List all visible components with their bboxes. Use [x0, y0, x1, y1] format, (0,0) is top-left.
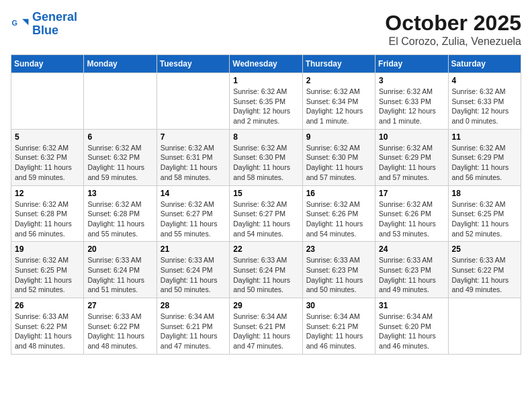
weekday-header-row: SundayMondayTuesdayWednesdayThursdayFrid… [11, 55, 521, 73]
day-info: Sunrise: 6:33 AM Sunset: 6:24 PM Dayligh… [87, 255, 152, 295]
weekday-header: Saturday [448, 55, 521, 73]
calendar-cell: 13Sunrise: 6:32 AM Sunset: 6:28 PM Dayli… [84, 185, 157, 242]
month-title: October 2025 [385, 11, 521, 36]
day-number: 17 [379, 189, 444, 198]
day-number: 29 [233, 301, 298, 310]
day-info: Sunrise: 6:32 AM Sunset: 6:27 PM Dayligh… [161, 199, 226, 239]
calendar-cell: 15Sunrise: 6:32 AM Sunset: 6:27 PM Dayli… [230, 185, 302, 242]
day-number: 30 [306, 301, 371, 310]
day-info: Sunrise: 6:34 AM Sunset: 6:21 PM Dayligh… [306, 312, 371, 351]
day-number: 7 [161, 132, 226, 142]
day-number: 2 [306, 76, 371, 85]
day-number: 15 [233, 189, 298, 198]
day-info: Sunrise: 6:32 AM Sunset: 6:26 PM Dayligh… [379, 199, 444, 239]
day-info: Sunrise: 6:33 AM Sunset: 6:23 PM Dayligh… [306, 255, 371, 295]
calendar-cell: 6Sunrise: 6:32 AM Sunset: 6:32 PM Daylig… [84, 129, 157, 185]
day-info: Sunrise: 6:34 AM Sunset: 6:21 PM Dayligh… [233, 312, 298, 351]
page-header: G General Blue October 2025 El Corozo, Z… [11, 11, 521, 48]
calendar-week-row: 5Sunrise: 6:32 AM Sunset: 6:32 PM Daylig… [11, 129, 521, 185]
calendar-table: SundayMondayTuesdayWednesdayThursdayFrid… [11, 54, 521, 355]
weekday-header: Thursday [302, 55, 375, 73]
logo-line1: General [32, 10, 77, 24]
day-number: 25 [452, 244, 517, 254]
calendar-cell: 3Sunrise: 6:32 AM Sunset: 6:33 PM Daylig… [375, 73, 448, 130]
day-info: Sunrise: 6:32 AM Sunset: 6:29 PM Dayligh… [379, 143, 444, 183]
calendar-cell: 19Sunrise: 6:32 AM Sunset: 6:25 PM Dayli… [11, 242, 84, 298]
day-info: Sunrise: 6:32 AM Sunset: 6:25 PM Dayligh… [15, 255, 80, 295]
day-number: 24 [379, 244, 444, 254]
calendar-cell: 25Sunrise: 6:33 AM Sunset: 6:22 PM Dayli… [448, 242, 521, 298]
day-info: Sunrise: 6:32 AM Sunset: 6:33 PM Dayligh… [379, 87, 444, 126]
day-number: 6 [87, 132, 152, 142]
calendar-cell: 28Sunrise: 6:34 AM Sunset: 6:21 PM Dayli… [157, 298, 229, 355]
calendar-week-row: 1Sunrise: 6:32 AM Sunset: 6:35 PM Daylig… [11, 73, 521, 130]
logo-text: General Blue [32, 11, 77, 38]
day-number: 20 [87, 244, 152, 254]
calendar-cell: 11Sunrise: 6:32 AM Sunset: 6:29 PM Dayli… [448, 129, 521, 185]
day-number: 23 [306, 244, 371, 254]
day-number: 31 [379, 301, 444, 310]
location-subtitle: El Corozo, Zulia, Venezuela [385, 36, 521, 48]
day-info: Sunrise: 6:34 AM Sunset: 6:21 PM Dayligh… [161, 312, 226, 351]
logo: G General Blue [11, 11, 77, 38]
calendar-cell: 23Sunrise: 6:33 AM Sunset: 6:23 PM Dayli… [302, 242, 375, 298]
day-info: Sunrise: 6:34 AM Sunset: 6:20 PM Dayligh… [379, 312, 444, 351]
day-number: 9 [306, 132, 371, 142]
day-number: 28 [161, 301, 226, 310]
weekday-header: Wednesday [230, 55, 302, 73]
calendar-cell [448, 298, 521, 355]
day-info: Sunrise: 6:33 AM Sunset: 6:22 PM Dayligh… [87, 312, 152, 351]
calendar-cell: 24Sunrise: 6:33 AM Sunset: 6:23 PM Dayli… [375, 242, 448, 298]
day-info: Sunrise: 6:32 AM Sunset: 6:31 PM Dayligh… [161, 143, 226, 183]
day-number: 22 [233, 244, 298, 254]
day-number: 11 [452, 132, 517, 142]
calendar-cell: 27Sunrise: 6:33 AM Sunset: 6:22 PM Dayli… [84, 298, 157, 355]
calendar-cell: 17Sunrise: 6:32 AM Sunset: 6:26 PM Dayli… [375, 185, 448, 242]
weekday-header: Friday [375, 55, 448, 73]
logo-line2: Blue [32, 24, 58, 37]
day-number: 21 [161, 244, 226, 254]
svg-marker-1 [22, 19, 28, 25]
calendar-cell [11, 73, 84, 130]
weekday-header: Tuesday [157, 55, 229, 73]
calendar-cell: 7Sunrise: 6:32 AM Sunset: 6:31 PM Daylig… [157, 129, 229, 185]
day-number: 16 [306, 189, 371, 198]
weekday-header: Monday [84, 55, 157, 73]
svg-text:G: G [12, 18, 17, 26]
logo-icon: G [11, 15, 30, 34]
day-info: Sunrise: 6:32 AM Sunset: 6:30 PM Dayligh… [233, 143, 298, 183]
calendar-cell: 31Sunrise: 6:34 AM Sunset: 6:20 PM Dayli… [375, 298, 448, 355]
calendar-cell: 18Sunrise: 6:32 AM Sunset: 6:25 PM Dayli… [448, 185, 521, 242]
day-info: Sunrise: 6:32 AM Sunset: 6:27 PM Dayligh… [233, 199, 298, 239]
calendar-cell: 30Sunrise: 6:34 AM Sunset: 6:21 PM Dayli… [302, 298, 375, 355]
day-number: 8 [233, 132, 298, 142]
day-info: Sunrise: 6:32 AM Sunset: 6:28 PM Dayligh… [87, 199, 152, 239]
calendar-week-row: 12Sunrise: 6:32 AM Sunset: 6:28 PM Dayli… [11, 185, 521, 242]
day-info: Sunrise: 6:32 AM Sunset: 6:33 PM Dayligh… [452, 87, 517, 126]
calendar-cell: 16Sunrise: 6:32 AM Sunset: 6:26 PM Dayli… [302, 185, 375, 242]
calendar-cell: 2Sunrise: 6:32 AM Sunset: 6:34 PM Daylig… [302, 73, 375, 130]
day-info: Sunrise: 6:33 AM Sunset: 6:22 PM Dayligh… [15, 312, 80, 351]
day-number: 5 [15, 132, 80, 142]
day-number: 18 [452, 189, 517, 198]
day-info: Sunrise: 6:32 AM Sunset: 6:29 PM Dayligh… [452, 143, 517, 183]
calendar-cell: 1Sunrise: 6:32 AM Sunset: 6:35 PM Daylig… [230, 73, 302, 130]
calendar-cell: 20Sunrise: 6:33 AM Sunset: 6:24 PM Dayli… [84, 242, 157, 298]
calendar-cell: 22Sunrise: 6:33 AM Sunset: 6:24 PM Dayli… [230, 242, 302, 298]
day-number: 4 [452, 76, 517, 85]
day-info: Sunrise: 6:32 AM Sunset: 6:32 PM Dayligh… [15, 143, 80, 183]
day-number: 19 [15, 244, 80, 254]
day-number: 10 [379, 132, 444, 142]
day-number: 26 [15, 301, 80, 310]
calendar-cell: 5Sunrise: 6:32 AM Sunset: 6:32 PM Daylig… [11, 129, 84, 185]
calendar-cell: 4Sunrise: 6:32 AM Sunset: 6:33 PM Daylig… [448, 73, 521, 130]
day-info: Sunrise: 6:33 AM Sunset: 6:24 PM Dayligh… [233, 255, 298, 295]
calendar-cell [157, 73, 229, 130]
day-info: Sunrise: 6:32 AM Sunset: 6:32 PM Dayligh… [87, 143, 152, 183]
calendar-week-row: 26Sunrise: 6:33 AM Sunset: 6:22 PM Dayli… [11, 298, 521, 355]
day-number: 12 [15, 189, 80, 198]
day-number: 13 [87, 189, 152, 198]
calendar-cell: 9Sunrise: 6:32 AM Sunset: 6:30 PM Daylig… [302, 129, 375, 185]
calendar-cell: 21Sunrise: 6:33 AM Sunset: 6:24 PM Dayli… [157, 242, 229, 298]
day-info: Sunrise: 6:32 AM Sunset: 6:34 PM Dayligh… [306, 87, 371, 126]
